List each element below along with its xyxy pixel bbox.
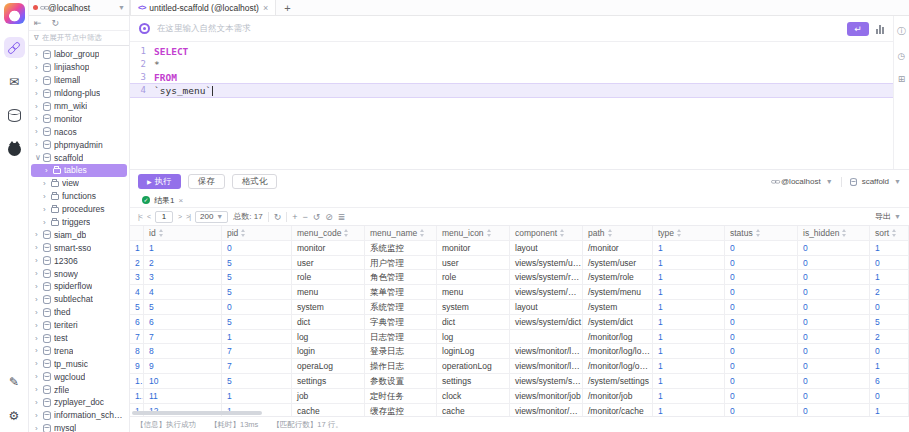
editor-line[interactable]: 3FROM <box>130 71 893 84</box>
cell-pid[interactable]: 1 <box>222 330 292 345</box>
column-header-is_hidden[interactable]: is_hidden <box>798 226 870 241</box>
cell-status[interactable]: 0 <box>725 241 798 256</box>
cell-is_hidden[interactable]: 0 <box>798 389 870 404</box>
cell-type[interactable]: 1 <box>653 330 725 345</box>
cell-type[interactable]: 1 <box>653 300 725 315</box>
cell-sort[interactable]: 2 <box>870 330 909 345</box>
cell-#[interactable]: 3 <box>130 270 144 285</box>
page-number-input[interactable]: 1 <box>155 211 173 223</box>
tree-item-nacos[interactable]: ›nacos <box>29 125 129 138</box>
cell-sort[interactable]: 6 <box>870 374 909 389</box>
cell-sort[interactable]: 5 <box>870 315 909 330</box>
cell-menu_icon[interactable]: clock <box>437 389 510 404</box>
result-tab[interactable]: ✓ 结果1 × <box>136 193 189 207</box>
cell-id[interactable]: 10 <box>144 374 222 389</box>
cell-menu_name[interactable]: 菜单管理 <box>365 285 437 300</box>
cell-menu_code[interactable]: role <box>292 270 365 285</box>
cell-id[interactable]: 9 <box>144 359 222 374</box>
page-size-select[interactable]: 200 ▼ <box>195 211 228 223</box>
cell-pid[interactable]: 5 <box>222 285 292 300</box>
cell-menu_name[interactable]: 用户管理 <box>365 256 437 271</box>
cell-menu_code[interactable]: cache <box>292 404 365 416</box>
app-logo-icon[interactable] <box>4 3 25 24</box>
editor-line[interactable]: 2* <box>130 58 893 71</box>
tree-item-linjiashop[interactable]: ›linjiashop <box>29 61 129 74</box>
discard-icon[interactable]: ⊘ <box>325 212 333 222</box>
cell-menu_icon[interactable]: user <box>437 256 510 271</box>
save-button[interactable]: 保存 <box>188 174 225 189</box>
new-tab-button[interactable]: + <box>276 0 298 15</box>
tree-item-thed[interactable]: ›thed <box>29 306 129 319</box>
tree-item-tp_music[interactable]: ›tp_music <box>29 357 129 370</box>
cell-path[interactable]: /monitor/log/operation <box>583 359 653 374</box>
cell-path[interactable]: /system/user <box>583 256 653 271</box>
tree-item-zfile[interactable]: ›zfile <box>29 383 129 396</box>
cell-menu_icon[interactable]: role <box>437 270 510 285</box>
cell-is_hidden[interactable]: 0 <box>798 270 870 285</box>
tree-item-subtlechat[interactable]: ›subtlechat <box>29 293 129 306</box>
info-icon[interactable]: ⓘ <box>897 25 906 38</box>
tree-item-information_schema[interactable]: ›information_schema <box>29 409 129 422</box>
cell-menu_name[interactable]: 系统监控 <box>365 241 437 256</box>
cell-menu_name[interactable]: 登录日志 <box>365 344 437 359</box>
export-button[interactable]: 导出 ▼ <box>875 211 901 222</box>
cell-component[interactable] <box>510 330 583 345</box>
cell-menu_code[interactable]: operaLog <box>292 359 365 374</box>
cell-is_hidden[interactable]: 0 <box>798 404 870 416</box>
cell-menu_name[interactable]: 角色管理 <box>365 270 437 285</box>
prev-page-button[interactable]: < <box>147 213 150 220</box>
cell-component[interactable]: views/system/user <box>510 256 583 271</box>
add-row-icon[interactable]: + <box>292 212 297 222</box>
delete-row-icon[interactable]: − <box>302 212 307 222</box>
view-data-icon[interactable]: ≣ <box>338 212 346 222</box>
panel-icon[interactable]: ⊞ <box>898 74 906 84</box>
close-result-icon[interactable]: × <box>178 196 183 205</box>
cell-pid[interactable]: 1 <box>222 389 292 404</box>
cell-is_hidden[interactable]: 0 <box>798 315 870 330</box>
cell-menu_code[interactable]: user <box>292 256 365 271</box>
cell-sort[interactable]: 2 <box>870 285 909 300</box>
cell-type[interactable]: 1 <box>653 359 725 374</box>
cell-sort[interactable]: 0 <box>870 389 909 404</box>
cell-is_hidden[interactable]: 0 <box>798 300 870 315</box>
cell-component[interactable]: views/monitor/log/login <box>510 344 583 359</box>
tree-item-smart-sso[interactable]: ›smart-sso <box>29 241 129 254</box>
cell-is_hidden[interactable]: 0 <box>798 256 870 271</box>
cell-status[interactable]: 0 <box>725 344 798 359</box>
cell-menu_icon[interactable]: loginLog <box>437 344 510 359</box>
tree-item-phpmyadmin[interactable]: ›phpmyadmin <box>29 138 129 151</box>
column-header-sort[interactable]: sort <box>870 226 909 241</box>
tree-filter-input[interactable]: ∇ 在展开节点中筛选 <box>29 31 129 46</box>
cell-#[interactable]: 10 <box>130 374 144 389</box>
tree-item-functions[interactable]: ›functions <box>29 190 129 203</box>
cell-pid[interactable]: 7 <box>222 359 292 374</box>
cell-status[interactable]: 0 <box>725 300 798 315</box>
next-page-button[interactable]: > <box>178 213 181 220</box>
execute-button[interactable]: ▶ 执行 <box>138 174 181 189</box>
cell-id[interactable]: 8 <box>144 344 222 359</box>
tree-item-siam_db[interactable]: ›siam_db <box>29 228 129 241</box>
cell-pid[interactable]: 5 <box>222 315 292 330</box>
github-button[interactable] <box>4 139 25 160</box>
tree-item-test[interactable]: ›test <box>29 332 129 345</box>
cell-menu_name[interactable]: 字典管理 <box>365 315 437 330</box>
cell-menu_icon[interactable]: dict <box>437 315 510 330</box>
cell-component[interactable]: views/system/settings <box>510 374 583 389</box>
cell-type[interactable]: 1 <box>653 256 725 271</box>
cell-component[interactable]: layout <box>510 241 583 256</box>
tree-item-tables[interactable]: ›tables <box>31 164 127 177</box>
cell-menu_code[interactable]: menu <box>292 285 365 300</box>
cell-status[interactable]: 0 <box>725 389 798 404</box>
cell-status[interactable]: 0 <box>725 256 798 271</box>
sql-editor[interactable]: 1SELECT2*3FROM4`sys_menu` <box>130 42 893 169</box>
undo-icon[interactable]: ↺ <box>313 212 321 222</box>
feedback-button[interactable]: ✎ <box>4 371 25 392</box>
cell-menu_code[interactable]: job <box>292 389 365 404</box>
cell-#[interactable]: 2 <box>130 256 144 271</box>
cell-menu_name[interactable]: 缓存监控 <box>365 404 437 416</box>
cell-pid[interactable]: 5 <box>222 256 292 271</box>
refresh-tree-icon[interactable]: ↻ <box>52 18 60 28</box>
cell-pid[interactable]: 0 <box>222 300 292 315</box>
settings-button[interactable]: ⚙ <box>4 405 25 426</box>
tree-item-zyplayer_doc[interactable]: ›zyplayer_doc <box>29 396 129 409</box>
